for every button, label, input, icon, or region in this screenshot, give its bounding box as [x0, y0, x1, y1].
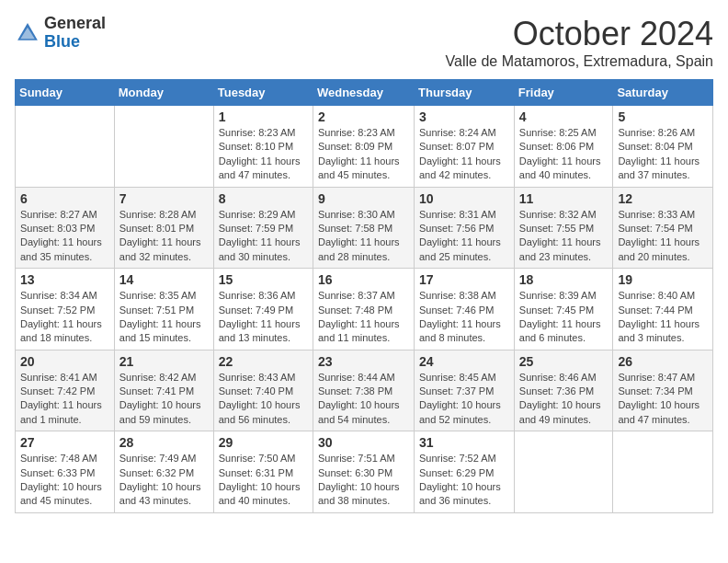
calendar-cell: 2Sunrise: 8:23 AMSunset: 8:09 PMDaylight…	[313, 106, 414, 188]
daylight-text: Daylight: 10 hours and 49 minutes.	[519, 398, 609, 427]
sunrise-text: Sunrise: 8:40 AM	[618, 289, 708, 303]
daylight-text: Daylight: 10 hours and 59 minutes.	[119, 398, 209, 427]
calendar-cell: 3Sunrise: 8:24 AMSunset: 8:07 PMDaylight…	[415, 106, 515, 188]
day-number: 22	[219, 354, 308, 369]
sunset-text: Sunset: 8:07 PM	[419, 140, 509, 154]
calendar-cell: 28Sunrise: 7:49 AMSunset: 6:32 PMDayligh…	[114, 431, 213, 513]
calendar-cell: 13Sunrise: 8:34 AMSunset: 7:52 PMDayligh…	[16, 269, 115, 350]
day-number: 2	[318, 109, 409, 124]
calendar-cell: 20Sunrise: 8:41 AMSunset: 7:42 PMDayligh…	[16, 350, 115, 431]
calendar-week-3: 13Sunrise: 8:34 AMSunset: 7:52 PMDayligh…	[16, 269, 713, 350]
sunrise-text: Sunrise: 8:33 AM	[618, 208, 708, 222]
day-info: Sunrise: 8:35 AMSunset: 7:51 PMDaylight:…	[119, 289, 209, 346]
calendar-week-2: 6Sunrise: 8:27 AMSunset: 8:03 PMDaylight…	[16, 187, 713, 269]
calendar-cell	[514, 431, 613, 513]
sunrise-text: Sunrise: 8:31 AM	[419, 208, 509, 222]
daylight-text: Daylight: 11 hours and 20 minutes.	[618, 236, 708, 264]
calendar-cell: 22Sunrise: 8:43 AMSunset: 7:40 PMDayligh…	[213, 350, 313, 431]
daylight-text: Daylight: 11 hours and 1 minute.	[20, 398, 109, 427]
sunrise-text: Sunrise: 8:44 AM	[318, 371, 409, 385]
weekday-header-monday: Monday	[114, 80, 213, 106]
day-info: Sunrise: 8:42 AMSunset: 7:41 PMDaylight:…	[119, 371, 209, 428]
day-info: Sunrise: 8:36 AMSunset: 7:49 PMDaylight:…	[219, 289, 308, 346]
daylight-text: Daylight: 11 hours and 45 minutes.	[318, 155, 409, 183]
calendar-cell: 21Sunrise: 8:42 AMSunset: 7:41 PMDayligh…	[114, 350, 213, 431]
logo-blue: Blue	[44, 33, 106, 52]
sunrise-text: Sunrise: 8:45 AM	[419, 371, 509, 385]
calendar-cell: 10Sunrise: 8:31 AMSunset: 7:56 PMDayligh…	[415, 187, 515, 269]
sunrise-text: Sunrise: 7:49 AM	[119, 452, 209, 465]
day-number: 25	[519, 354, 609, 369]
day-info: Sunrise: 8:27 AMSunset: 8:03 PMDaylight:…	[20, 208, 109, 265]
calendar-cell: 16Sunrise: 8:37 AMSunset: 7:48 PMDayligh…	[313, 269, 414, 350]
daylight-text: Daylight: 11 hours and 23 minutes.	[519, 236, 609, 264]
day-number: 10	[419, 191, 509, 206]
calendar-week-5: 27Sunrise: 7:48 AMSunset: 6:33 PMDayligh…	[16, 431, 713, 513]
sunset-text: Sunset: 6:31 PM	[219, 466, 308, 480]
daylight-text: Daylight: 11 hours and 3 minutes.	[618, 317, 708, 346]
day-number: 24	[419, 354, 509, 369]
day-number: 6	[20, 191, 109, 206]
sunrise-text: Sunrise: 7:52 AM	[419, 452, 509, 465]
sunrise-text: Sunrise: 7:51 AM	[318, 452, 409, 465]
day-number: 9	[318, 191, 409, 206]
sunrise-text: Sunrise: 8:34 AM	[20, 289, 109, 303]
sunset-text: Sunset: 7:45 PM	[519, 304, 609, 317]
sunset-text: Sunset: 7:38 PM	[318, 385, 409, 398]
sunset-text: Sunset: 7:36 PM	[519, 385, 609, 398]
day-number: 14	[119, 272, 209, 287]
sunrise-text: Sunrise: 8:26 AM	[618, 126, 708, 140]
daylight-text: Daylight: 11 hours and 6 minutes.	[519, 317, 609, 346]
calendar-cell	[114, 106, 213, 188]
day-info: Sunrise: 8:41 AMSunset: 7:42 PMDaylight:…	[20, 371, 109, 428]
sunrise-text: Sunrise: 8:38 AM	[419, 289, 509, 303]
logo: General Blue	[15, 15, 106, 52]
day-info: Sunrise: 8:30 AMSunset: 7:58 PMDaylight:…	[318, 208, 409, 265]
day-info: Sunrise: 8:46 AMSunset: 7:36 PMDaylight:…	[519, 371, 609, 428]
calendar-cell: 4Sunrise: 8:25 AMSunset: 8:06 PMDaylight…	[514, 106, 613, 188]
sunrise-text: Sunrise: 8:35 AM	[119, 289, 209, 303]
calendar-cell: 27Sunrise: 7:48 AMSunset: 6:33 PMDayligh…	[16, 431, 115, 513]
daylight-text: Daylight: 10 hours and 38 minutes.	[318, 480, 409, 509]
daylight-text: Daylight: 11 hours and 13 minutes.	[219, 317, 308, 346]
month-title: October 2024	[446, 15, 713, 53]
sunrise-text: Sunrise: 8:24 AM	[419, 126, 509, 140]
day-info: Sunrise: 8:40 AMSunset: 7:44 PMDaylight:…	[618, 289, 708, 346]
sunrise-text: Sunrise: 8:27 AM	[20, 208, 109, 222]
daylight-text: Daylight: 11 hours and 30 minutes.	[219, 236, 308, 264]
calendar-cell: 5Sunrise: 8:26 AMSunset: 8:04 PMDaylight…	[613, 106, 713, 188]
day-number: 4	[519, 109, 609, 124]
sunset-text: Sunset: 8:03 PM	[20, 222, 109, 236]
day-info: Sunrise: 8:29 AMSunset: 7:59 PMDaylight:…	[219, 208, 308, 265]
daylight-text: Daylight: 10 hours and 47 minutes.	[618, 398, 708, 427]
day-info: Sunrise: 7:48 AMSunset: 6:33 PMDaylight:…	[20, 452, 109, 509]
sunrise-text: Sunrise: 8:42 AM	[119, 371, 209, 385]
weekday-header-tuesday: Tuesday	[213, 80, 313, 106]
calendar-cell: 9Sunrise: 8:30 AMSunset: 7:58 PMDaylight…	[313, 187, 414, 269]
calendar-cell	[613, 431, 713, 513]
calendar-cell: 1Sunrise: 8:23 AMSunset: 8:10 PMDaylight…	[213, 106, 313, 188]
day-info: Sunrise: 8:23 AMSunset: 8:09 PMDaylight:…	[318, 126, 409, 183]
weekday-header-row: SundayMondayTuesdayWednesdayThursdayFrid…	[16, 80, 713, 106]
sunset-text: Sunset: 7:58 PM	[318, 222, 409, 236]
sunrise-text: Sunrise: 8:25 AM	[519, 126, 609, 140]
sunset-text: Sunset: 6:30 PM	[318, 466, 409, 480]
calendar-cell: 7Sunrise: 8:28 AMSunset: 8:01 PMDaylight…	[114, 187, 213, 269]
sunrise-text: Sunrise: 8:23 AM	[219, 126, 308, 140]
day-info: Sunrise: 8:33 AMSunset: 7:54 PMDaylight:…	[618, 208, 708, 265]
daylight-text: Daylight: 11 hours and 28 minutes.	[318, 236, 409, 264]
sunset-text: Sunset: 7:42 PM	[20, 385, 109, 398]
calendar-cell: 26Sunrise: 8:47 AMSunset: 7:34 PMDayligh…	[613, 350, 713, 431]
day-info: Sunrise: 8:24 AMSunset: 8:07 PMDaylight:…	[419, 126, 509, 183]
daylight-text: Daylight: 10 hours and 45 minutes.	[20, 480, 109, 509]
daylight-text: Daylight: 10 hours and 54 minutes.	[318, 398, 409, 427]
sunset-text: Sunset: 7:56 PM	[419, 222, 509, 236]
day-number: 26	[618, 354, 708, 369]
sunset-text: Sunset: 8:04 PM	[618, 140, 708, 154]
daylight-text: Daylight: 11 hours and 35 minutes.	[20, 236, 109, 264]
daylight-text: Daylight: 10 hours and 52 minutes.	[419, 398, 509, 427]
daylight-text: Daylight: 11 hours and 18 minutes.	[20, 317, 109, 346]
daylight-text: Daylight: 10 hours and 56 minutes.	[219, 398, 308, 427]
sunrise-text: Sunrise: 8:47 AM	[618, 371, 708, 385]
daylight-text: Daylight: 10 hours and 40 minutes.	[219, 480, 308, 509]
